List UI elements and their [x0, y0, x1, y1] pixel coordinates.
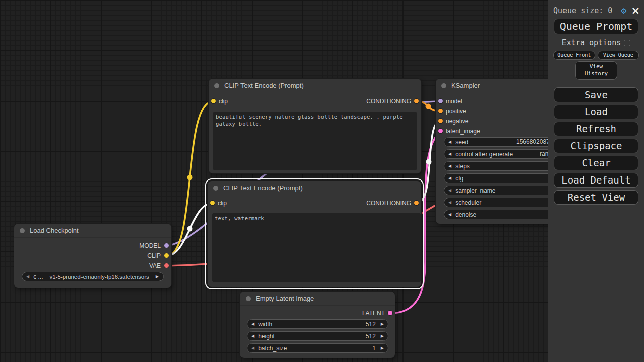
comfy-menu-panel: Queue size: 0 ⚙ × Queue Prompt Extra opt…	[548, 0, 644, 362]
widget-label: height	[258, 333, 275, 340]
model-port-dot[interactable]	[438, 99, 443, 103]
clip-port-dot[interactable]	[164, 253, 169, 258]
node-clip-text-encode-positive-text-input[interactable]: beautiful scenery nature glass bottle la…	[213, 112, 417, 170]
increment-arrow-icon[interactable]: ▶	[381, 334, 384, 338]
port-label: negative	[446, 118, 468, 125]
conditioning-port-dot[interactable]	[414, 99, 419, 103]
node-clip-text-encode-negative-text-input[interactable]: text, watermark	[212, 213, 421, 282]
widget-value: 512	[366, 333, 376, 340]
port-label: clip	[219, 98, 228, 105]
port-label: positive	[446, 108, 466, 115]
view-history-button[interactable]: ViewHistory	[575, 61, 617, 80]
node-load-checkpoint-output-model[interactable]: MODEL	[139, 242, 171, 249]
link-clip-negative-highlighted	[167, 203, 212, 256]
decrement-arrow-icon[interactable]: ◀	[448, 140, 451, 144]
link-conditioning-positive-midpoint-dot	[426, 104, 431, 109]
queue-size-label: Queue size: 0	[553, 6, 621, 15]
clip-port-dot[interactable]	[210, 201, 215, 205]
widget-label: control after generate	[455, 151, 513, 158]
node-clip-text-encode-negative-header[interactable]: CLIP Text Encode (Prompt)	[208, 181, 421, 195]
node-load-checkpoint[interactable]: Load CheckpointMODELCLIPVAE◀c ...v1-5-pr…	[14, 224, 171, 288]
node-title: CLIP Text Encode (Prompt)	[224, 82, 304, 89]
node-clip-text-encode-negative-input-clip[interactable]: clip	[208, 200, 227, 207]
node-empty-latent-image-widget-width[interactable]: ◀width512▶	[247, 319, 388, 329]
node-ksampler-input-latent_image[interactable]: latent_image	[436, 128, 480, 135]
widget-label: sampler_name	[455, 187, 495, 194]
node-load-checkpoint-output-clip[interactable]: CLIP	[147, 252, 171, 259]
port-label: VAE	[149, 262, 161, 269]
extra-options-checkbox[interactable]	[624, 40, 630, 46]
view-queue-button[interactable]: View Queue	[598, 51, 639, 60]
node-collapse-dot[interactable]	[213, 186, 218, 191]
decrement-arrow-icon[interactable]: ◀	[251, 322, 254, 326]
node-empty-latent-image[interactable]: Empty Latent ImageLATENT◀width512▶◀heigh…	[240, 292, 395, 358]
latent-port-dot[interactable]	[438, 129, 443, 133]
node-clip-text-encode-negative[interactable]: CLIP Text Encode (Prompt)clipCONDITIONIN…	[208, 181, 421, 287]
link-conditioning-negative-highlighted-midpoint-dot	[426, 159, 432, 165]
node-collapse-dot[interactable]	[20, 228, 25, 233]
node-clip-text-encode-negative-output-conditioning[interactable]: CONDITIONING	[366, 200, 421, 207]
increment-arrow-icon[interactable]: ▶	[156, 274, 159, 279]
menu-button-clear[interactable]: Clear	[554, 156, 638, 170]
menu-button-refresh[interactable]: Refresh	[554, 122, 638, 136]
node-empty-latent-image-header[interactable]: Empty Latent Image	[240, 292, 395, 306]
menu-button-save[interactable]: Save	[554, 87, 638, 102]
decrement-arrow-icon[interactable]: ◀	[448, 212, 451, 217]
port-label: CONDITIONING	[366, 98, 411, 105]
widget-label: c ...	[33, 273, 43, 280]
conditioning-port-dot[interactable]	[414, 201, 419, 205]
decrement-arrow-icon[interactable]: ◀	[251, 346, 254, 350]
node-clip-text-encode-positive-header[interactable]: CLIP Text Encode (Prompt)	[209, 79, 421, 93]
menu-button-load-default[interactable]: Load Default	[554, 173, 638, 188]
node-load-checkpoint-header[interactable]: Load Checkpoint	[14, 224, 171, 238]
clip-port-dot[interactable]	[211, 99, 216, 103]
widget-label: seed	[455, 139, 468, 146]
gear-icon[interactable]: ⚙	[621, 7, 627, 15]
queue-prompt-button[interactable]: Queue Prompt	[554, 19, 638, 34]
node-clip-text-encode-positive-input-clip[interactable]: clip	[209, 98, 228, 105]
queue-status-row: Queue size: 0 ⚙ ×	[548, 0, 644, 15]
node-empty-latent-image-widget-batch-size[interactable]: ◀batch_size1▶	[247, 343, 388, 353]
widget-label: width	[258, 321, 272, 328]
node-ksampler-input-positive[interactable]: positive	[436, 108, 466, 115]
menu-button-reset-view[interactable]: Reset View	[554, 190, 638, 205]
port-label: MODEL	[139, 242, 161, 249]
decrement-arrow-icon[interactable]: ◀	[26, 274, 29, 279]
node-load-checkpoint-output-vae[interactable]: VAE	[149, 262, 171, 269]
widget-value: 1566802087	[516, 138, 550, 145]
conditioning-port-dot[interactable]	[438, 119, 443, 123]
model-port-dot[interactable]	[164, 243, 169, 248]
node-ksampler-input-model[interactable]: model	[436, 98, 462, 105]
node-collapse-dot[interactable]	[214, 83, 219, 88]
port-label: CONDITIONING	[366, 200, 411, 207]
decrement-arrow-icon[interactable]: ◀	[448, 164, 451, 168]
port-label: clip	[218, 200, 227, 207]
increment-arrow-icon[interactable]: ▶	[381, 322, 384, 326]
decrement-arrow-icon[interactable]: ◀	[448, 176, 451, 180]
node-title: Load Checkpoint	[30, 227, 79, 234]
close-icon[interactable]: ×	[631, 7, 640, 15]
node-load-checkpoint-widget-c-[interactable]: ◀c ...v1-5-pruned-emaonly-fp16.safetenso…	[22, 272, 164, 281]
port-label: CLIP	[147, 252, 161, 259]
decrement-arrow-icon[interactable]: ◀	[448, 200, 451, 205]
node-graph-canvas[interactable]: CLIP Text Encode (Prompt)clipCONDITIONIN…	[0, 0, 644, 362]
node-ksampler-input-negative[interactable]: negative	[436, 118, 468, 125]
conditioning-port-dot[interactable]	[438, 109, 443, 113]
decrement-arrow-icon[interactable]: ◀	[448, 188, 451, 193]
latent-port-dot[interactable]	[388, 311, 392, 315]
node-collapse-dot[interactable]	[246, 296, 251, 301]
node-empty-latent-image-widget-height[interactable]: ◀height512▶	[247, 331, 388, 341]
link-clip-negative-highlighted-midpoint-dot	[187, 226, 193, 232]
node-collapse-dot[interactable]	[441, 83, 446, 88]
decrement-arrow-icon[interactable]: ◀	[251, 334, 254, 338]
link-clip-positive-midpoint-dot	[187, 175, 193, 180]
node-clip-text-encode-positive-output-conditioning[interactable]: CONDITIONING	[366, 98, 421, 105]
decrement-arrow-icon[interactable]: ◀	[448, 152, 451, 156]
increment-arrow-icon[interactable]: ▶	[381, 346, 384, 350]
vae-port-dot[interactable]	[164, 263, 169, 268]
menu-button-load[interactable]: Load	[554, 105, 638, 119]
menu-button-clipspace[interactable]: Clipspace	[554, 139, 638, 153]
queue-front-button[interactable]: Queue Front	[553, 51, 595, 60]
node-clip-text-encode-positive[interactable]: CLIP Text Encode (Prompt)clipCONDITIONIN…	[209, 79, 421, 173]
node-empty-latent-image-output-latent[interactable]: LATENT	[362, 310, 395, 317]
